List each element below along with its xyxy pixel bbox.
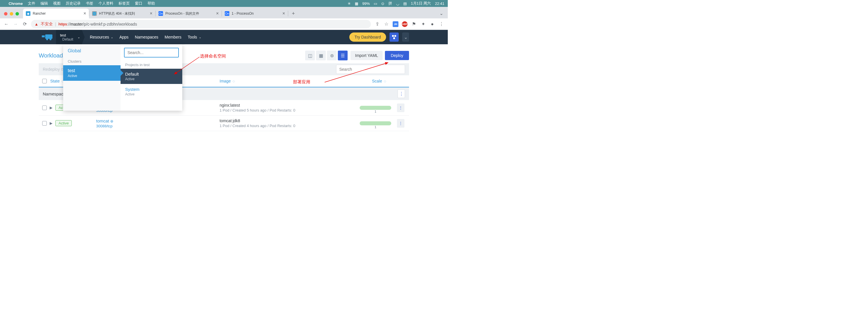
col-image[interactable]: Image◇ (220, 79, 343, 83)
deploy-button[interactable]: Deploy (385, 51, 409, 60)
view-links-icon[interactable]: ⊛ (327, 51, 337, 60)
row-menu-button[interactable]: ⋮ (397, 119, 404, 128)
menu-profiles[interactable]: 个人资料 (98, 1, 113, 6)
expand-icon[interactable]: ▶ (50, 106, 53, 110)
sort-icon: ◇ (232, 79, 235, 83)
workload-name-link[interactable]: tomcat (96, 118, 109, 123)
tab-overflow-chevron-icon[interactable]: ⌄ (439, 11, 443, 16)
tab-close-icon[interactable]: × (282, 11, 285, 16)
tab-close-icon[interactable]: × (84, 11, 86, 16)
dropdown-project-system[interactable]: System Active (121, 84, 182, 99)
menu-bookmarks[interactable]: 书签 (86, 1, 93, 6)
nav-resources[interactable]: Resources⌄ (90, 35, 113, 39)
time-label[interactable]: 22:41 (435, 1, 444, 6)
dropdown-project-default[interactable]: Default Active (121, 69, 182, 84)
import-yaml-button[interactable]: Import YAML (350, 51, 383, 60)
menu-file[interactable]: 文件 (28, 1, 35, 6)
workload-port-link[interactable]: 30088/tcp (96, 124, 220, 128)
try-dashboard-button[interactable]: Try Dashboard (349, 32, 386, 42)
macos-menubar: Chrome 文件 编辑 视图 历史记录 书签 个人资料 标签页 窗口 帮助 ✳… (0, 0, 448, 7)
nav-tools[interactable]: Tools⌄ (188, 35, 201, 39)
redeploy-action[interactable]: Redeploy ⟳ (43, 67, 64, 72)
projects-section-label: Projects in test (121, 61, 182, 69)
nav-members[interactable]: Members (165, 35, 181, 39)
row-checkbox[interactable] (42, 106, 47, 110)
col-scale[interactable]: Scale◇ (343, 79, 409, 83)
date-label[interactable]: 1月1日 周六 (411, 1, 431, 6)
project-name: Default (62, 37, 78, 42)
control-center-icon[interactable]: ▤ (403, 1, 407, 6)
share-icon[interactable]: ⇪ (374, 21, 380, 27)
window-minimize-button[interactable] (10, 12, 13, 16)
tab-processon-files[interactable]: On ProcessOn - 我的文件 × (156, 9, 222, 19)
reading-list-icon[interactable]: ⚑ (411, 21, 417, 27)
battery-icon: ▭ (374, 1, 377, 6)
app-name[interactable]: Chrome (9, 1, 23, 6)
forward-button[interactable]: → (12, 22, 19, 27)
media-icon[interactable]: ⊙ (381, 1, 384, 6)
tab-close-icon[interactable]: × (150, 11, 152, 16)
star-icon[interactable]: ☆ (383, 21, 389, 27)
nav-apps[interactable]: Apps (119, 35, 129, 39)
status-badge: Active (55, 120, 72, 126)
image-meta: 1 Pod / Created 5 hours ago / Pod Restar… (220, 108, 343, 112)
grid-icon[interactable]: ▦ (355, 1, 358, 6)
insecure-label: 不安全 (41, 22, 53, 27)
nav-namespaces[interactable]: Namespaces (135, 35, 158, 39)
project-selector[interactable]: test Default ⌄ (56, 30, 82, 44)
image-meta: 1 Pod / Created 4 hours ago / Pod Restar… (220, 124, 343, 128)
tab-title: 1 - ProcessOn (231, 11, 280, 16)
menu-history[interactable]: 历史记录 (66, 1, 81, 6)
profile-avatar-icon[interactable]: ● (429, 22, 435, 27)
row-menu-button[interactable]: ⋮ (397, 104, 404, 112)
namespace-menu-button[interactable]: ⋮ (398, 89, 405, 98)
tab-http-404[interactable]: 🌐 HTTP状态 404 - 未找到 × (89, 9, 155, 19)
tab-title: ProcessOn - 我的文件 (165, 11, 214, 16)
extensions-icon[interactable]: ✦ (420, 21, 426, 27)
user-menu-chevron-icon[interactable]: ⌄ (402, 32, 409, 42)
chevron-down-icon: ⌄ (78, 35, 80, 39)
ime-indicator[interactable]: 拼 (389, 1, 392, 6)
tab-close-icon[interactable]: × (216, 11, 219, 16)
dropdown-search-input[interactable] (124, 48, 179, 57)
page-title: Workloads (39, 52, 66, 59)
menu-edit[interactable]: 编辑 (40, 1, 48, 6)
svg-point-3 (50, 38, 52, 40)
rancher-header: test Default ⌄ Resources⌄ Apps Namespace… (0, 30, 448, 44)
rancher-app: test Default ⌄ Resources⌄ Apps Namespace… (0, 30, 448, 131)
wifi-icon[interactable]: ◡ (396, 1, 399, 6)
new-tab-button[interactable]: + (289, 9, 298, 18)
chrome-menu-icon[interactable]: ⋮ (439, 21, 444, 27)
select-all-checkbox[interactable] (42, 79, 47, 83)
dropdown-global-link[interactable]: Global (63, 44, 121, 57)
menu-window[interactable]: 窗口 (135, 1, 143, 6)
window-close-button[interactable] (4, 12, 7, 16)
dropdown-cluster-item[interactable]: test Active (63, 65, 121, 81)
expand-icon[interactable]: ▶ (50, 121, 53, 125)
abp-extension-icon[interactable]: ABP (402, 21, 408, 27)
jh-extension-icon[interactable]: JH (393, 21, 398, 27)
back-button[interactable]: ← (3, 22, 9, 27)
battery-percent[interactable]: 99% (362, 1, 370, 6)
row-checkbox[interactable] (42, 121, 47, 126)
rancher-logo-icon[interactable] (39, 33, 56, 41)
scale-bar: 1 (360, 121, 391, 125)
address-bar[interactable]: ▲ 不安全 | https://master/p/c-w8mkf:p-zdbhn… (31, 20, 371, 28)
menu-tabs[interactable]: 标签页 (119, 1, 130, 6)
view-boxes-icon[interactable]: ◫ (305, 51, 315, 60)
user-avatar-icon[interactable] (390, 32, 399, 42)
svg-rect-1 (45, 34, 52, 39)
view-bars-icon[interactable]: ▦ (316, 51, 326, 60)
reload-button[interactable]: ⟳ (22, 21, 28, 27)
wechat-icon[interactable]: ✳ (348, 1, 351, 6)
menu-help[interactable]: 帮助 (148, 1, 155, 6)
tab-rancher[interactable]: ◆ Rancher × (23, 9, 89, 19)
window-maximize-button[interactable] (16, 12, 19, 16)
view-list-icon[interactable]: ☰ (338, 51, 348, 60)
menu-view[interactable]: 视图 (53, 1, 61, 6)
tab-processon-1[interactable]: On 1 - ProcessOn × (222, 9, 288, 19)
search-input[interactable] (336, 65, 405, 74)
tab-title: HTTP状态 404 - 未找到 (99, 11, 148, 16)
dropdown-projects-column: Projects in test Default Active System A… (121, 44, 182, 111)
rancher-favicon-icon: ◆ (26, 11, 30, 16)
